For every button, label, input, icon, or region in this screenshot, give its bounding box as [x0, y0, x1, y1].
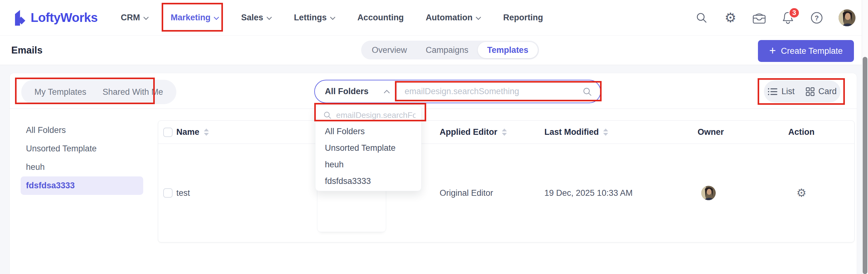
toolbar-divider	[9, 109, 857, 109]
folder-dropdown-search	[315, 107, 421, 123]
folder-option-fdsfdsa3333[interactable]: fdsfdsa3333	[315, 173, 421, 189]
search-icon	[323, 111, 332, 120]
page-header: Emails Overview Campaigns Templates + Cr…	[0, 36, 868, 65]
create-template-button[interactable]: + Create Template	[758, 40, 854, 62]
svg-text:?: ?	[814, 14, 818, 22]
sort-icon[interactable]	[603, 128, 608, 136]
chevron-down-icon	[330, 17, 336, 20]
screen: LoftyWorks CRM Marketing Sales Lettings …	[0, 0, 868, 274]
vertical-scrollbar-track	[862, 0, 868, 274]
search-icon	[582, 87, 592, 97]
gear-icon[interactable]: ⚙	[723, 11, 737, 25]
tab-shared-with-me[interactable]: Shared With Me	[102, 87, 163, 97]
column-header-owner: Owner	[698, 127, 788, 137]
tab-my-templates[interactable]: My Templates	[34, 87, 86, 97]
plus-icon: +	[769, 44, 776, 57]
chevron-down-icon	[143, 17, 149, 20]
list-view-button[interactable]: List	[768, 87, 795, 96]
brand-name: LoftyWorks	[31, 11, 98, 25]
sidebar-folder-heuh[interactable]: heuh	[21, 158, 143, 176]
folder-option-heuh[interactable]: heuh	[315, 156, 421, 173]
tab-overview[interactable]: Overview	[362, 42, 416, 58]
main-nav: CRM Marketing Sales Lettings Accounting …	[121, 13, 543, 23]
row-actions-gear-icon[interactable]: ⚙	[796, 186, 806, 199]
template-scope-toggle: My Templates Shared With Me	[21, 80, 176, 104]
nav-item-marketing[interactable]: Marketing	[171, 13, 219, 23]
sort-icon[interactable]	[502, 128, 507, 136]
applied-editor-cell: Original Editor	[440, 188, 545, 198]
notification-badge: 3	[788, 7, 800, 19]
folder-dropdown-search-input[interactable]	[336, 111, 415, 120]
nav-item-reporting[interactable]: Reporting	[503, 13, 543, 23]
bell-icon[interactable]: 3	[781, 11, 795, 25]
nav-item-sales[interactable]: Sales	[241, 13, 272, 23]
sidebar-folder-unsorted-template[interactable]: Unsorted Template	[21, 140, 143, 158]
folder-filter-dropdown[interactable]: All Folders	[315, 81, 397, 102]
nav-item-automation[interactable]: Automation	[426, 13, 481, 23]
chevron-down-icon	[267, 17, 272, 20]
folder-option-all-folders[interactable]: All Folders	[315, 123, 421, 140]
column-header-applied-editor[interactable]: Applied Editor	[440, 127, 545, 137]
sort-icon[interactable]	[204, 128, 209, 136]
folder-option-unsorted-template[interactable]: Unsorted Template	[315, 140, 421, 156]
user-avatar[interactable]	[839, 9, 856, 26]
template-search-input[interactable]	[405, 87, 582, 96]
page-title: Emails	[11, 45, 42, 56]
list-icon	[768, 88, 778, 96]
templates-table: Name Applied Editor Last Modified Owner …	[158, 120, 855, 242]
sidebar-folder-fdsfdsa3333-selected[interactable]: fdsfdsa3333	[21, 176, 143, 195]
search-icon[interactable]	[695, 11, 709, 25]
table-row[interactable]: test Original Editor 19 Dec, 2025 10:33 …	[158, 144, 854, 242]
topbar-icons: ⚙ 3 ?	[695, 9, 856, 26]
nav-item-lettings[interactable]: Lettings	[294, 13, 336, 23]
chevron-down-icon	[214, 17, 219, 20]
folder-filter-search-bar: All Folders	[314, 80, 601, 103]
vertical-scrollbar-thumb[interactable]	[863, 57, 867, 274]
chevron-down-icon	[475, 17, 481, 20]
view-toggle: List Card	[764, 81, 840, 102]
tab-campaigns[interactable]: Campaigns	[416, 42, 478, 58]
table-header-row: Name Applied Editor Last Modified Owner …	[158, 121, 854, 144]
card-grid-icon	[806, 87, 814, 96]
brand-logo[interactable]: LoftyWorks	[11, 9, 98, 27]
template-search	[397, 81, 600, 102]
owner-avatar	[701, 186, 716, 200]
loftyworks-logo-icon	[11, 9, 26, 27]
sidebar-folder-all-folders[interactable]: All Folders	[21, 121, 143, 140]
chevron-up-icon	[384, 90, 390, 93]
folder-dropdown-menu: All Folders Unsorted Template heuh fdsfd…	[315, 105, 422, 191]
nav-item-crm[interactable]: CRM	[121, 13, 149, 23]
email-section-tabs: Overview Campaigns Templates	[361, 41, 539, 59]
top-nav: LoftyWorks CRM Marketing Sales Lettings …	[0, 0, 868, 36]
tab-templates[interactable]: Templates	[478, 42, 538, 58]
nav-item-accounting[interactable]: Accounting	[358, 13, 404, 23]
column-header-last-modified[interactable]: Last Modified	[545, 127, 698, 137]
select-all-checkbox[interactable]	[163, 128, 173, 137]
row-checkbox[interactable]	[163, 188, 173, 198]
folder-sidebar: All Folders Unsorted Template heuh fdsfd…	[21, 121, 143, 195]
folder-filter-value: All Folders	[325, 87, 384, 96]
last-modified-cell: 19 Dec, 2025 10:33 AM	[545, 188, 698, 198]
inbox-icon[interactable]	[752, 11, 766, 25]
help-icon[interactable]: ?	[810, 11, 824, 25]
card-view-button[interactable]: Card	[806, 87, 837, 96]
column-header-action: Action	[788, 127, 855, 137]
